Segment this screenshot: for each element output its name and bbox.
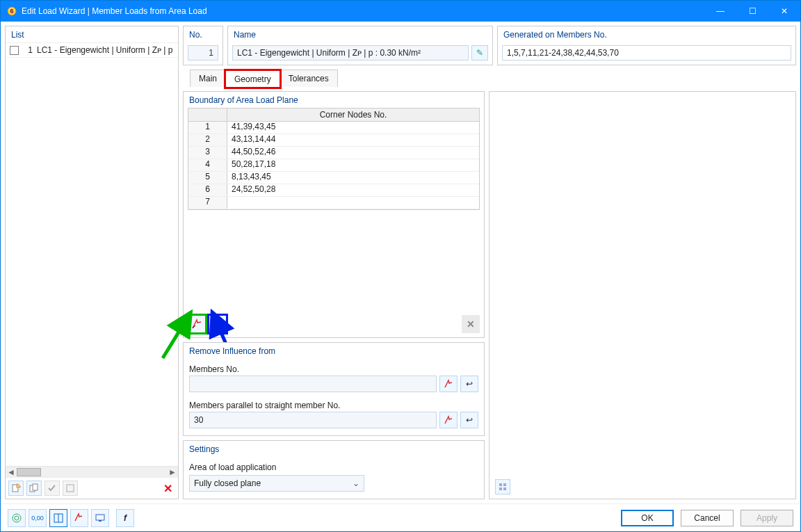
remove-header: Remove Influence from — [184, 343, 484, 359]
reset-parallel-button[interactable]: ↩ — [460, 412, 478, 428]
generated-panel: Generated on Members No. 1,5,7,11,21-24,… — [497, 26, 796, 65]
parallel-input[interactable]: 30 — [189, 412, 437, 428]
table-row: 344,50,52,46 — [188, 147, 479, 159]
titlebar: 6 Edit Load Wizard | Member Loads from A… — [1, 1, 800, 22]
dialog-window: 6 Edit Load Wizard | Member Loads from A… — [0, 0, 801, 532]
list-item[interactable]: 1 LC1 - Eigengewicht | Uniform | Zᴘ | p … — [6, 43, 178, 58]
parallel-label: Members parallel to straight member No. — [189, 401, 478, 410]
select-members-button[interactable] — [70, 509, 88, 527]
svg-text:6: 6 — [10, 8, 13, 15]
generated-value[interactable]: 1,5,7,11,21-24,38,42,44,53,70 — [502, 45, 791, 61]
new-item-button[interactable] — [8, 481, 24, 496]
name-input[interactable]: LC1 - Eigengewicht | Uniform | Zᴘ | p : … — [232, 45, 469, 61]
list-item-index: 1 — [23, 45, 33, 55]
svg-rect-18 — [96, 515, 104, 520]
preview-panel — [489, 91, 796, 499]
view-mode-button[interactable] — [49, 509, 67, 527]
pick-members-button[interactable] — [439, 376, 458, 392]
dialog-footer: 0,00 f OK Cancel Apply — [1, 503, 800, 531]
members-no-input[interactable] — [189, 376, 437, 392]
maximize-button[interactable]: ☐ — [736, 1, 768, 22]
list-panel: List 1 LC1 - Eigengewicht | Uniform | Zᴘ… — [5, 26, 179, 499]
svg-rect-6 — [214, 321, 220, 328]
mid-row: Boundary of Area Load Plane Corner Nodes… — [183, 91, 796, 499]
boundary-toolbar: ✕ — [188, 315, 480, 333]
tab-tolerances[interactable]: Tolerances — [280, 70, 338, 87]
list-area: 1 LC1 - Eigengewicht | Uniform | Zᴘ | p … — [6, 42, 178, 466]
list-header: List — [6, 26, 178, 42]
check-all-button[interactable] — [44, 481, 60, 496]
svg-point-14 — [13, 514, 21, 522]
list-item-label: LC1 - Eigengewicht | Uniform | Zᴘ | p : … — [37, 45, 174, 55]
area-select-value: Fully closed plane — [194, 478, 261, 488]
svg-point-15 — [15, 516, 19, 520]
list-item-checkbox[interactable] — [10, 46, 19, 55]
table-row: 7 — [188, 197, 479, 209]
chevron-down-icon: ⌄ — [353, 478, 359, 488]
boundary-panel: Boundary of Area Load Plane Corner Nodes… — [183, 91, 485, 338]
name-header: Name — [228, 26, 492, 42]
area-label: Area of load application — [189, 462, 478, 472]
svg-rect-13 — [503, 487, 506, 490]
minimize-button[interactable]: — — [704, 1, 736, 22]
uncheck-all-button[interactable] — [63, 481, 78, 496]
header-row: No. 1 Name LC1 - Eigengewicht | Uniform … — [183, 26, 796, 65]
no-value[interactable]: 1 — [188, 45, 218, 61]
list-toolbar: ✕ — [6, 477, 178, 499]
edit-name-button[interactable]: ✎ — [471, 45, 488, 61]
svg-rect-11 — [503, 483, 506, 486]
content-area: List 1 LC1 - Eigengewicht | Uniform | Zᴘ… — [1, 22, 800, 503]
horizontal-scrollbar[interactable]: ◄ ► — [6, 466, 178, 477]
table-row: 624,52,50,28 — [188, 184, 479, 197]
cancel-button[interactable]: Cancel — [681, 510, 734, 526]
table-row: 450,28,17,18 — [188, 159, 479, 172]
table-row: 58,13,43,45 — [188, 172, 479, 184]
scroll-left-icon[interactable]: ◄ — [6, 467, 17, 477]
scroll-right-icon[interactable]: ► — [167, 467, 178, 477]
members-no-label: Members No. — [189, 364, 478, 374]
svg-rect-10 — [499, 483, 502, 486]
svg-rect-5 — [67, 485, 74, 492]
pick-parallel-button[interactable] — [439, 412, 458, 428]
copy-item-button[interactable] — [26, 481, 42, 496]
generated-header: Generated on Members No. — [498, 26, 795, 42]
help-button[interactable] — [8, 509, 26, 527]
preview-settings-button[interactable] — [495, 479, 510, 494]
no-panel: No. 1 — [183, 26, 223, 65]
corner-nodes-grid[interactable]: Corner Nodes No. 141,39,43,45 243,13,14,… — [188, 108, 480, 210]
app-icon: 6 — [6, 6, 17, 17]
boundary-header: Boundary of Area Load Plane — [184, 92, 484, 108]
center-column: No. 1 Name LC1 - Eigengewicht | Uniform … — [183, 26, 796, 499]
close-window-button[interactable]: ✕ — [768, 1, 800, 22]
window-title: Edit Load Wizard | Member Loads from Are… — [22, 6, 704, 16]
grid-column-header: Corner Nodes No. — [227, 108, 479, 121]
no-header: No. — [184, 26, 222, 42]
svg-rect-4 — [33, 484, 38, 490]
pick-in-view-button[interactable] — [188, 315, 206, 333]
settings-panel: Settings Area of load application Fully … — [183, 440, 485, 499]
remove-influence-panel: Remove Influence from Members No. ↩ Memb… — [183, 342, 485, 436]
area-select[interactable]: Fully closed plane ⌄ — [189, 475, 364, 492]
copy-from-button[interactable] — [209, 315, 227, 333]
settings-header: Settings — [184, 441, 484, 457]
units-button[interactable]: 0,00 — [29, 509, 47, 527]
delete-item-button[interactable]: ✕ — [160, 481, 175, 496]
svg-rect-12 — [499, 487, 502, 490]
mid-main: Boundary of Area Load Plane Corner Nodes… — [183, 91, 485, 499]
reset-members-button[interactable]: ↩ — [460, 376, 478, 392]
display-button[interactable] — [91, 509, 109, 527]
tabs: Main Geometry Tolerances — [183, 70, 796, 87]
tab-geometry[interactable]: Geometry — [225, 70, 280, 88]
apply-button[interactable]: Apply — [741, 510, 793, 526]
ok-button[interactable]: OK — [621, 510, 674, 526]
svg-point-7 — [220, 320, 222, 321]
clear-boundary-button[interactable]: ✕ — [462, 315, 480, 333]
function-button[interactable]: f — [116, 509, 134, 527]
svg-rect-19 — [99, 520, 102, 522]
table-row: 141,39,43,45 — [188, 122, 479, 134]
tab-main[interactable]: Main — [190, 70, 226, 87]
scroll-thumb[interactable] — [17, 468, 41, 476]
name-panel: Name LC1 - Eigengewicht | Uniform | Zᴘ |… — [227, 26, 493, 65]
table-row: 243,13,14,44 — [188, 134, 479, 147]
